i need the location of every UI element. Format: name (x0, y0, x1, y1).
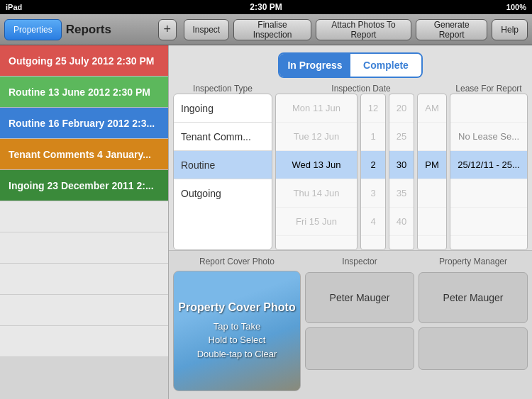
lease-item-0 (450, 94, 527, 123)
day-drum[interactable]: Mon 11 Jun Tue 12 Jun Wed 13 Jun Thu 14 … (275, 94, 358, 250)
complete-tab[interactable]: Complete (350, 54, 421, 77)
day-item-0: Mon 11 Jun (276, 94, 357, 123)
min-item-1: 25 (389, 123, 414, 151)
bottom-section: Report Cover Photo Property Cover Photo … (169, 250, 532, 399)
ampm-item-0: AM (418, 94, 446, 123)
sidebar-item-empty-1 (0, 201, 168, 232)
column-headers: Inspection Type Inspection Date Lease Fo… (169, 84, 532, 94)
cover-photo-title: Property Cover Photo (178, 301, 295, 314)
hour-item-3: 3 (361, 179, 385, 208)
pm-label: Property Manager (439, 257, 507, 266)
inspect-button[interactable]: Inspect (184, 19, 230, 40)
min-item-4: 40 (389, 208, 414, 236)
properties-button[interactable]: Properties (4, 19, 62, 40)
header-type: Inspection Type (173, 84, 272, 94)
cover-photo-label: Report Cover Photo (199, 257, 275, 266)
help-button[interactable]: Help (492, 19, 528, 40)
toolbar-title: Reports (66, 23, 111, 37)
sidebar-item-empty-3 (0, 264, 168, 295)
cover-photo-box[interactable]: Property Cover Photo Tap to TakeHold to … (173, 271, 301, 391)
day-item-1: Tue 12 Jun (276, 123, 357, 151)
segmented-control-wrap: In Progress Complete (169, 45, 532, 84)
lease-drum[interactable]: No Lease Se... 25/12/11 - 25... (450, 94, 528, 250)
lease-item-2: 25/12/11 - 25... (450, 151, 527, 179)
status-bar: iPad 2:30 PM 100% (0, 0, 532, 14)
inspector-label: Inspector (342, 257, 377, 266)
ampm-drum[interactable]: AM PM (417, 94, 447, 250)
ampm-item-spacer2 (418, 179, 446, 208)
lease-item-4 (450, 208, 527, 236)
header-lease: Lease For Report (450, 84, 528, 94)
sidebar-item-2[interactable]: Routine 16 February 2012 2:3... (0, 108, 168, 139)
sidebar-item-empty-5 (0, 326, 168, 357)
pm-box[interactable]: Peter Mauger (419, 272, 528, 323)
type-ingoing[interactable]: Ingoing (174, 94, 272, 123)
pm-box-empty[interactable] (419, 327, 528, 370)
day-item-2: Wed 13 Jun (276, 151, 357, 179)
min-item-2: 30 (389, 151, 414, 179)
property-manager-col: Property Manager Peter Mauger (419, 257, 528, 393)
generate-button[interactable]: Generate Report (416, 19, 487, 40)
sidebar-item-empty-2 (0, 232, 168, 264)
ampm-item-spacer3 (418, 208, 446, 236)
day-item-3: Thu 14 Jun (276, 179, 357, 208)
sidebar-item-0[interactable]: Outgoing 25 July 2012 2:30 PM (0, 45, 168, 77)
inspector-name: Peter Mauger (330, 292, 390, 303)
main-container: Outgoing 25 July 2012 2:30 PM Routine 13… (0, 45, 532, 399)
cover-photo-col: Report Cover Photo Property Cover Photo … (173, 257, 301, 393)
attach-photos-button[interactable]: Attach Photos To Report (316, 19, 411, 40)
sidebar-item-empty-4 (0, 295, 168, 326)
inspector-box[interactable]: Peter Mauger (305, 272, 414, 323)
cover-photo-hint: Tap to TakeHold to SelectDouble-tap to C… (197, 320, 277, 361)
sidebar-item-3[interactable]: Tenant Comments 4 January... (0, 139, 168, 170)
ampm-item-spacer (418, 123, 446, 151)
type-tenant-comments[interactable]: Tenant Comm... (174, 123, 272, 151)
picker-row: Ingoing Tenant Comm... Routine Outgoing … (169, 94, 532, 250)
hour-item-0: 12 (361, 94, 385, 123)
ampm-item-1: PM (418, 151, 446, 179)
type-outgoing[interactable]: Outgoing (174, 179, 272, 208)
battery-label: 100% (506, 3, 526, 11)
hour-item-2: 2 (361, 151, 385, 179)
inspector-col: Inspector Peter Mauger (305, 257, 414, 393)
inspection-type-list: Ingoing Tenant Comm... Routine Outgoing (173, 94, 272, 250)
time-label: 2:30 PM (250, 2, 282, 12)
min-item-0: 20 (389, 94, 414, 123)
hour-drum[interactable]: 12 1 2 3 4 (360, 94, 386, 250)
minute-drum[interactable]: 20 25 30 35 40 (389, 94, 414, 250)
segmented-control: In Progress Complete (278, 52, 423, 78)
hour-item-4: 4 (361, 208, 385, 236)
header-date: Inspection Date (275, 84, 447, 94)
pm-name: Peter Mauger (443, 292, 504, 303)
lease-item-3 (450, 179, 527, 208)
min-item-3: 35 (389, 179, 414, 208)
type-routine[interactable]: Routine (174, 151, 272, 179)
inspector-box-empty[interactable] (305, 327, 414, 370)
sidebar: Outgoing 25 July 2012 2:30 PM Routine 13… (0, 45, 169, 399)
finalise-button[interactable]: Finalise Inspection (233, 19, 311, 40)
content-area: In Progress Complete Inspection Type Ins… (169, 45, 532, 399)
lease-item-1: No Lease Se... (450, 123, 527, 151)
device-label: iPad (6, 3, 22, 11)
toolbar: Properties Reports + Inspect Finalise In… (0, 14, 532, 45)
day-item-4: Fri 15 Jun (276, 208, 357, 236)
hour-item-1: 1 (361, 123, 385, 151)
in-progress-tab[interactable]: In Progress (279, 54, 350, 77)
sidebar-item-1[interactable]: Routine 13 June 2012 2:30 PM (0, 77, 168, 108)
add-button[interactable]: + (158, 19, 177, 40)
sidebar-item-4[interactable]: Ingoing 23 December 2011 2:... (0, 170, 168, 201)
